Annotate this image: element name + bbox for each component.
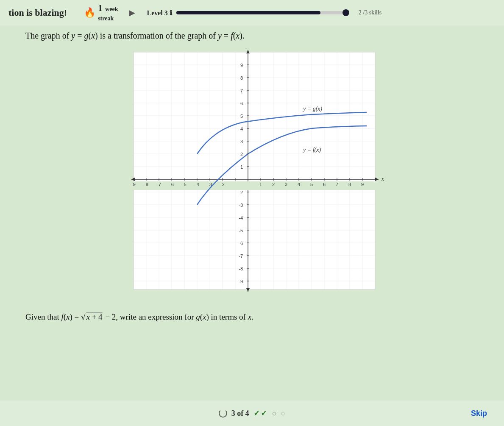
svg-text:8: 8 [240, 75, 242, 81]
g-label: y = g(x) [302, 106, 323, 112]
skip-button[interactable]: Skip [471, 409, 487, 418]
level-label: Level 3 ℹ [147, 9, 172, 17]
svg-text:-5: -5 [239, 228, 243, 233]
svg-marker-44 [246, 288, 250, 292]
skills-label: 2 /3 skills [359, 9, 381, 16]
progress-count: 3 of 4 [231, 409, 249, 418]
svg-text:-7: -7 [157, 182, 161, 187]
progress-indicator: 3 of 4 ✓✓ ○ ○ [219, 409, 286, 418]
svg-text:8: 8 [348, 182, 351, 187]
check-marks: ✓✓ [253, 409, 268, 418]
svg-marker-42 [131, 178, 135, 181]
svg-rect-81 [129, 181, 379, 190]
question-description: The graph of y = g(x) is a transformatio… [25, 30, 479, 42]
main-content: The graph of y = g(x) is a transformatio… [0, 25, 504, 336]
svg-text:4: 4 [297, 182, 300, 187]
svg-text:1: 1 [240, 164, 242, 170]
bottom-nav: 3 of 4 ✓✓ ○ ○ Skip [0, 401, 504, 426]
streak-number: 1 weekstreak [98, 3, 118, 22]
progress-spinner-icon [219, 409, 227, 418]
svg-marker-43 [246, 50, 250, 53]
svg-text:-3: -3 [239, 203, 243, 208]
svg-text:-2: -2 [220, 182, 225, 187]
circle-mark: ○ [272, 409, 277, 418]
svg-marker-41 [375, 178, 379, 181]
progress-bar-fill [176, 11, 320, 14]
svg-text:-6: -6 [239, 241, 243, 246]
svg-text:7: 7 [335, 182, 338, 187]
svg-text:6: 6 [240, 101, 242, 106]
svg-text:3: 3 [284, 182, 287, 187]
graph-wrapper: -9 -8 -7 -6 -5 -4 -3 1 2 3 4 5 6 7 8 9 -… [121, 48, 384, 302]
svg-text:-9: -9 [239, 279, 243, 284]
svg-text:-4: -4 [195, 182, 199, 187]
svg-text:-4: -4 [239, 215, 243, 220]
flame-icon: 🔥 [84, 7, 95, 18]
f-label: y = f(x) [302, 147, 321, 153]
streak-container: 🔥 1 weekstreak [84, 3, 118, 22]
level-section: Level 3 ℹ 2 /3 skills [147, 9, 496, 17]
svg-text:-5: -5 [182, 182, 187, 187]
level-progress-bar [176, 11, 346, 14]
svg-text:7: 7 [240, 88, 242, 93]
svg-text:9: 9 [240, 63, 242, 68]
svg-text:5: 5 [240, 114, 242, 119]
svg-text:3: 3 [240, 139, 242, 144]
svg-text:2: 2 [240, 152, 242, 157]
svg-text:4: 4 [240, 126, 242, 131]
svg-text:-9: -9 [131, 182, 136, 187]
svg-text:5: 5 [310, 182, 312, 187]
coordinate-graph: -9 -8 -7 -6 -5 -4 -3 1 2 3 4 5 6 7 8 9 -… [121, 48, 384, 302]
svg-text:-7: -7 [239, 253, 243, 259]
graph-container: -9 -8 -7 -6 -5 -4 -3 1 2 3 4 5 6 7 8 9 -… [25, 48, 479, 302]
svg-text:-6: -6 [170, 182, 174, 187]
svg-text:6: 6 [323, 182, 325, 187]
svg-rect-0 [134, 52, 375, 290]
given-text: Given that f(x) = √x + 4 − 2, write an e… [25, 311, 479, 323]
x-axis-label: x [381, 176, 384, 182]
svg-text:2: 2 [272, 182, 274, 187]
streak-info: 1 weekstreak [98, 3, 118, 22]
motivation-text: tion is blazing! [8, 7, 67, 18]
svg-text:1: 1 [259, 182, 262, 187]
top-bar: tion is blazing! 🔥 1 weekstreak ▶ Level … [0, 0, 504, 25]
svg-text:-8: -8 [144, 182, 148, 187]
svg-text:-8: -8 [239, 266, 243, 271]
play-button[interactable]: ▶ [126, 7, 138, 19]
svg-text:-2: -2 [239, 190, 243, 195]
svg-text:9: 9 [361, 182, 363, 187]
dot-mark: ○ [281, 409, 286, 418]
progress-dot [342, 9, 349, 16]
y-axis-label: y [245, 48, 248, 49]
